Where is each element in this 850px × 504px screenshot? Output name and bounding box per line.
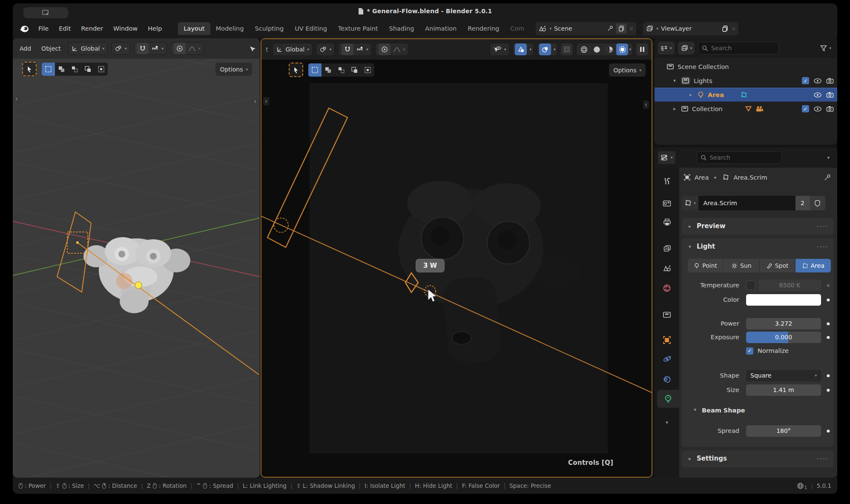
chevron-down-icon[interactable]: ▾ — [827, 155, 830, 160]
tabs-overflow-arrow[interactable]: ▾ — [664, 420, 670, 425]
properties-tab-scene[interactable] — [655, 259, 679, 277]
pivot-point-dropdown[interactable]: ▾ — [111, 42, 130, 55]
light-target-dot[interactable] — [135, 282, 142, 289]
outliner-display-mode-dropdown[interactable]: ▾ — [658, 42, 675, 54]
outliner-row-area-selected[interactable]: ▸ Area — [655, 88, 837, 102]
properties-tab-tool[interactable] — [655, 172, 679, 190]
keyframe-dot[interactable]: ● — [827, 335, 830, 339]
show-overlays-icon[interactable] — [515, 43, 527, 55]
camera-visibility-icon[interactable] — [826, 106, 834, 112]
snap-group[interactable]: ▾ — [338, 43, 372, 56]
keyframe-dot[interactable]: ● — [827, 388, 830, 392]
collapse-arrow-icon[interactable]: ▾ — [687, 244, 693, 249]
pin-icon[interactable] — [824, 174, 831, 181]
drag-dots[interactable]: ···· — [817, 243, 829, 250]
select-subtract-tool[interactable] — [335, 63, 348, 77]
beam-shape-subpanel-header[interactable]: ▾ Beam Shape — [692, 407, 745, 414]
menu-window[interactable]: Window — [108, 23, 143, 34]
object-menu[interactable]: Object — [38, 43, 64, 54]
snap-group[interactable]: ▾ — [133, 42, 167, 55]
select-extend-tool[interactable] — [322, 63, 335, 77]
workspace-tab-modeling[interactable]: Modeling — [210, 22, 250, 35]
keyframe-dot[interactable]: ● — [827, 373, 830, 378]
properties-tab-collection[interactable] — [655, 306, 679, 324]
drag-dots[interactable]: ···· — [817, 455, 829, 462]
light-panel[interactable]: ▾ Light ···· Point Sun Spot — [682, 238, 834, 447]
sidebar-expand-arrow[interactable]: ‹ — [252, 97, 258, 106]
collapse-arrow-icon[interactable]: ▾ — [692, 407, 698, 414]
collapse-arrow-icon[interactable]: ▾ — [672, 78, 678, 83]
select-subtract-tool[interactable] — [68, 63, 81, 76]
shading-rendered-icon[interactable] — [616, 43, 628, 55]
tweak-tool-button[interactable] — [289, 63, 303, 77]
pause-render-button[interactable] — [636, 43, 648, 55]
render-region-icon[interactable] — [561, 43, 573, 55]
add-menu[interactable]: Add — [16, 43, 34, 54]
proportional-edit-group[interactable]: ▾ — [170, 42, 204, 55]
datablock-type-dropdown[interactable]: ▾ — [682, 196, 698, 210]
color-swatch[interactable] — [746, 294, 821, 306]
proportional-edit-group[interactable]: ▾ — [375, 43, 409, 56]
overlays-dropdown[interactable]: ▾ — [513, 43, 534, 56]
outliner-row-scene-collection[interactable]: Scene Collection — [655, 60, 837, 74]
expand-arrow-icon[interactable]: ▸ — [688, 92, 694, 97]
datablock-name-field[interactable]: Area.Scrim — [698, 196, 795, 210]
properties-tab-object[interactable] — [655, 331, 679, 349]
eye-icon[interactable] — [813, 106, 822, 112]
breadcrumb-data[interactable]: Area.Scrim — [733, 174, 767, 181]
viewport-left-options-button[interactable]: Options ▾ — [215, 63, 252, 76]
drag-dots[interactable]: ···· — [817, 223, 829, 229]
unlink-scene-icon[interactable]: × — [629, 25, 634, 32]
properties-tab-render[interactable] — [655, 194, 679, 212]
eye-icon[interactable] — [813, 78, 822, 84]
select-intersect-tool[interactable] — [95, 63, 108, 76]
snap-magnet-icon[interactable] — [137, 43, 149, 54]
shading-wireframe-icon[interactable] — [578, 43, 590, 55]
properties-tab-object-data-light[interactable] — [657, 390, 679, 408]
shape-dropdown[interactable]: Square ▾ — [746, 370, 821, 381]
pivot-point-dropdown[interactable]: ▾ — [316, 43, 335, 56]
size-value-field[interactable]: 1.41 m — [746, 384, 821, 396]
transform-orientation-dropdown[interactable]: Global ▾ — [273, 43, 313, 56]
pin-icon[interactable] — [607, 25, 614, 32]
outliner-search[interactable] — [698, 42, 779, 54]
toolbar-expand-arrow[interactable]: › — [263, 97, 269, 106]
camera-visibility-icon[interactable] — [826, 77, 834, 84]
workspace-tab-layout[interactable]: Layout — [178, 22, 210, 35]
workspace-tab-rendering[interactable]: Rendering — [462, 22, 505, 35]
light-type-sun[interactable]: Sun — [724, 259, 759, 272]
collection-checkbox[interactable]: ✓ — [802, 77, 809, 84]
collection-checkbox[interactable]: ✓ — [802, 105, 809, 112]
new-scene-copy-icon[interactable] — [616, 23, 626, 34]
editor-type-dropdown[interactable]: ▾ — [658, 151, 675, 164]
proportional-edit-icon[interactable] — [379, 43, 391, 55]
light-type-area-active[interactable]: Area — [795, 259, 831, 272]
sidebar-expand-arrow[interactable]: ‹ — [643, 100, 649, 109]
select-invert-tool[interactable] — [348, 63, 361, 77]
scene-selector[interactable]: ▾ Scene × — [536, 22, 636, 35]
expand-arrow-icon[interactable]: ▸ — [672, 106, 678, 112]
keyframe-dot[interactable]: ● — [827, 283, 830, 287]
keyframe-dot[interactable]: ● — [827, 298, 830, 302]
outliner-filter-dropdown[interactable]: ▾ — [817, 42, 834, 54]
select-invert-tool[interactable] — [81, 63, 95, 76]
preview-panel[interactable]: ▸ Preview ···· — [682, 218, 834, 235]
spread-value-field[interactable]: 180° — [746, 425, 821, 437]
properties-search[interactable] — [697, 151, 782, 164]
expand-arrow-icon[interactable]: ▸ — [687, 223, 693, 229]
properties-tab-constraints[interactable] — [655, 370, 679, 388]
outliner-filter-display-dropdown[interactable]: ▾ — [678, 42, 695, 54]
select-box-tool[interactable] — [42, 63, 55, 76]
menu-file[interactable]: File — [33, 23, 54, 34]
tweak-tool-button[interactable] — [22, 62, 37, 76]
expand-arrow-icon[interactable]: ▸ — [687, 456, 693, 461]
compositor-icon[interactable] — [539, 43, 551, 55]
workspace-tab-texture-paint[interactable]: Texture Paint — [333, 22, 384, 35]
settings-panel[interactable]: ▸ Settings ···· — [682, 450, 834, 467]
properties-tab-physics[interactable] — [655, 350, 679, 368]
exposure-slider[interactable]: 0.000 — [746, 332, 821, 343]
xray-compositor-dropdown[interactable]: ▾ — [537, 43, 558, 56]
outliner-search-input[interactable] — [711, 45, 758, 52]
select-box-tool[interactable] — [308, 63, 322, 77]
camera-visibility-icon[interactable] — [826, 92, 834, 98]
